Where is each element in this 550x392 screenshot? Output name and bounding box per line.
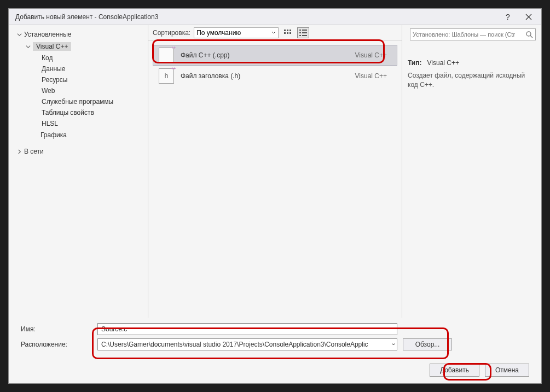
form-area: Имя: Расположение: C:\Users\Gamer\docume… <box>9 318 541 361</box>
tree-leaf-code[interactable]: Код <box>18 52 148 63</box>
center-column: Сортировка: По умолчанию ++ <box>148 25 402 318</box>
svg-rect-0 <box>284 30 286 31</box>
upper-area: Установленные Visual C++ Код Данные Ресу… <box>9 25 541 318</box>
svg-rect-5 <box>290 32 291 34</box>
search-box[interactable] <box>410 28 536 40</box>
tree-installed-children: Visual C++ Код Данные Ресурсы Web Служеб… <box>9 40 148 141</box>
search-icon <box>525 31 533 38</box>
tree-vcpp-children: Код Данные Ресурсы Web Служебные програм… <box>18 52 148 129</box>
svg-rect-2 <box>290 30 291 31</box>
tree-leaf-resources[interactable]: Ресурсы <box>18 74 148 85</box>
search-input[interactable] <box>413 31 523 38</box>
location-label: Расположение: <box>21 341 92 348</box>
svg-rect-8 <box>299 32 301 33</box>
category-tree: Установленные Visual C++ Код Данные Ресу… <box>9 25 148 318</box>
button-bar: Добавить Отмена <box>9 361 541 383</box>
svg-rect-3 <box>284 32 286 34</box>
caret-right-icon <box>16 149 22 154</box>
tree-installed[interactable]: Установленные <box>9 28 148 40</box>
window-title: Добавить новый элемент - ConsoleApplicat… <box>15 13 158 21</box>
tree-leaf-web[interactable]: Web <box>18 85 148 96</box>
add-button[interactable]: Добавить <box>430 364 479 377</box>
view-grid-button[interactable] <box>282 27 294 38</box>
details-panel: Тип: Visual C++ Создает файл, содержащий… <box>402 25 541 318</box>
svg-rect-6 <box>299 30 301 31</box>
svg-rect-4 <box>287 32 288 34</box>
svg-rect-1 <box>287 30 288 31</box>
svg-rect-11 <box>302 35 307 36</box>
name-row: Имя: <box>21 323 529 335</box>
location-row: Расположение: C:\Users\Gamer\documents\v… <box>21 338 529 350</box>
name-input[interactable] <box>97 323 397 335</box>
template-category: Visual C++ <box>355 51 387 59</box>
list-toolbar: Сортировка: По умолчанию <box>148 25 402 40</box>
template-name: Файл заголовка (.h) <box>181 72 349 80</box>
svg-rect-10 <box>299 35 301 36</box>
sort-label: Сортировка: <box>153 29 190 37</box>
dialog-content: Установленные Visual C++ Код Данные Ресу… <box>9 25 541 383</box>
tree-leaf-hlsl[interactable]: HLSL <box>18 118 148 129</box>
template-name: Файл C++ (.cpp) <box>181 51 349 59</box>
tree-vcpp[interactable]: Visual C++ <box>18 40 148 52</box>
description: Создает файл, содержащий исходный код C+… <box>408 71 536 90</box>
template-list: ++ Файл C++ (.cpp) Visual C++ ++ h Файл … <box>148 40 402 318</box>
chevron-down-icon <box>391 342 396 347</box>
close-button[interactable] <box>518 10 539 24</box>
chevron-down-icon <box>271 31 276 35</box>
browse-button[interactable]: Обзор... <box>403 338 452 350</box>
tree-leaf-data[interactable]: Данные <box>18 63 148 74</box>
template-header[interactable]: ++ h Файл заголовка (.h) Visual C++ <box>153 66 397 86</box>
caret-down-icon <box>25 44 31 49</box>
titlebar-controls: ? <box>497 10 539 24</box>
dialog-window: Добавить новый элемент - ConsoleApplicat… <box>8 8 542 384</box>
sort-dropdown[interactable]: По умолчанию <box>194 27 279 38</box>
svg-rect-7 <box>302 30 307 31</box>
location-combo[interactable]: C:\Users\Gamer\documents\visual studio 2… <box>97 338 397 350</box>
svg-rect-9 <box>302 32 307 33</box>
h-file-icon: ++ h <box>159 68 174 84</box>
tree-graphics[interactable]: Графика <box>18 129 148 141</box>
caret-down-icon <box>16 32 22 37</box>
cancel-button[interactable]: Отмена <box>485 364 529 377</box>
svg-point-12 <box>526 32 531 36</box>
cpp-file-icon: ++ <box>159 48 174 63</box>
titlebar: Добавить новый элемент - ConsoleApplicat… <box>9 9 541 25</box>
help-button[interactable]: ? <box>497 10 518 24</box>
tree-online[interactable]: В сети <box>9 145 148 157</box>
template-cpp[interactable]: ++ Файл C++ (.cpp) Visual C++ <box>153 45 397 66</box>
type-row: Тип: Visual C++ <box>408 59 536 67</box>
tree-leaf-props[interactable]: Таблицы свойств <box>18 107 148 118</box>
tree-leaf-util[interactable]: Служебные программы <box>18 96 148 107</box>
template-category: Visual C++ <box>355 72 387 80</box>
name-label: Имя: <box>21 325 92 333</box>
view-list-button[interactable] <box>297 27 309 38</box>
